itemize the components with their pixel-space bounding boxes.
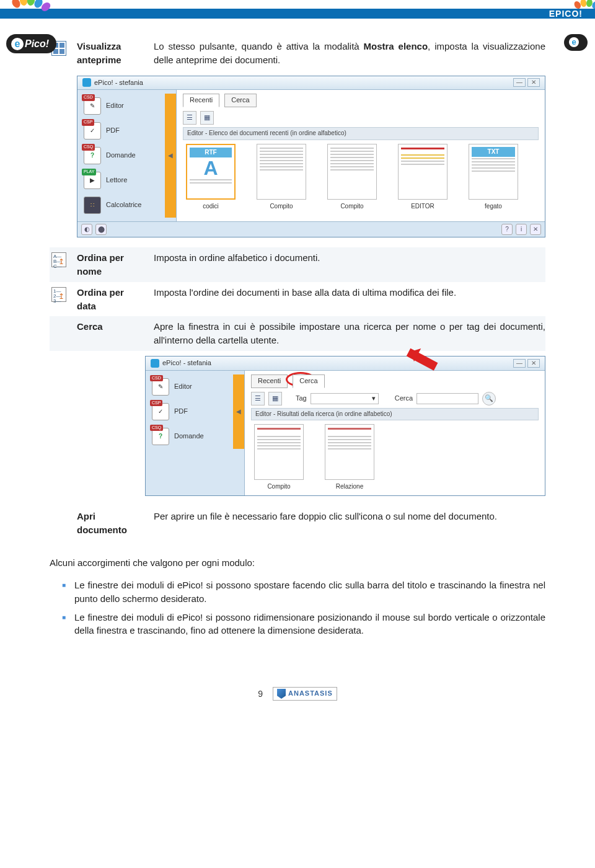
main-panel: Recenti Cerca ☰ ▦ Tag ▾ Cerca 🔍 Editor -… bbox=[245, 371, 545, 495]
tips-item: Le finestre dei moduli di ePico! si poss… bbox=[62, 578, 545, 606]
minimize-icon: — bbox=[513, 359, 526, 368]
thumb-fegato[interactable]: TXTfegato bbox=[465, 144, 521, 211]
search-label: Cerca bbox=[395, 394, 413, 404]
panel-title: Editor - Elenco dei documenti recenti (i… bbox=[183, 127, 539, 140]
row-cerca: Cerca Apre la finestra in cui è possibil… bbox=[50, 316, 545, 351]
logo-left: ePico! bbox=[6, 0, 62, 47]
screenshot-editor-cerca: ePico! - stefania —✕ CSD✎Editor CSP✓PDF … bbox=[145, 356, 545, 496]
row-desc: Imposta l'ordine dei documenti in base a… bbox=[154, 286, 545, 313]
search-icon bbox=[50, 320, 68, 347]
sidebar-item-calcolatrice[interactable]: ∷Calcolatrice bbox=[77, 193, 165, 218]
tag-label: Tag bbox=[296, 394, 307, 404]
row-desc: Lo stesso pulsante, quando è attiva la m… bbox=[154, 40, 545, 67]
row-label: Visualizza anteprime bbox=[77, 40, 145, 67]
row-label: Apri documento bbox=[77, 510, 145, 537]
row-label: Ordina per data bbox=[77, 286, 145, 313]
row-ordina-data: 1—2—3—↥ Ordina per data Imposta l'ordine… bbox=[50, 282, 545, 317]
grid-view-icon[interactable]: ▦ bbox=[268, 392, 282, 405]
page-number: 9 bbox=[258, 688, 263, 700]
tag-select[interactable]: ▾ bbox=[311, 393, 379, 404]
row-desc: Imposta in ordine alfabetico i documenti… bbox=[154, 251, 545, 278]
thumb-compito[interactable]: Compito bbox=[253, 144, 309, 211]
close-icon: ✕ bbox=[527, 359, 540, 368]
sort-alpha-icon: A—B—C—↥ bbox=[50, 251, 68, 278]
status-icon[interactable]: ⬤ bbox=[95, 224, 107, 235]
row-label: Cerca bbox=[77, 320, 145, 347]
sidebar-item-domande[interactable]: CSQ?Domande bbox=[146, 424, 233, 449]
list-view-icon[interactable]: ☰ bbox=[251, 392, 265, 405]
window-titlebar[interactable]: ePico! - stefania —✕ bbox=[146, 356, 545, 371]
close-icon: ✕ bbox=[527, 78, 540, 87]
thumb-codici[interactable]: RTFAcodici bbox=[183, 144, 239, 211]
status-icon[interactable]: ◐ bbox=[81, 224, 92, 235]
thumb-compito-2[interactable]: Compito bbox=[324, 144, 380, 211]
sidebar: CSD✎Editor CSP✓PDF CSQ?Domande PLAY▶Lett… bbox=[77, 90, 177, 221]
sidebar-item-pdf[interactable]: CSP✓PDF bbox=[77, 118, 165, 143]
tips-list: Le finestre dei moduli di ePico! si poss… bbox=[62, 578, 545, 637]
tips-intro: Alcuni accorgimenti che valgono per ogni… bbox=[50, 556, 545, 570]
row-ordina-nome: A—B—C—↥ Ordina per nome Imposta in ordin… bbox=[50, 247, 545, 282]
page-footer: 9 ANASTASIS bbox=[50, 687, 545, 701]
tools-icon[interactable]: ✕ bbox=[530, 224, 541, 235]
window-controls[interactable]: —✕ bbox=[513, 359, 540, 368]
shield-icon bbox=[277, 689, 286, 699]
window-controls[interactable]: —✕ bbox=[513, 78, 540, 87]
sort-date-icon: 1—2—3—↥ bbox=[50, 286, 68, 313]
main-panel: Recenti Cerca ☰ ▦ Editor - Elenco dei do… bbox=[177, 90, 545, 221]
sidebar: CSD✎Editor CSP✓PDF CSQ?Domande ◀ bbox=[146, 371, 245, 495]
row-apri-documento: Apri documento Per aprire un file è nece… bbox=[50, 506, 545, 541]
tips-item: Le finestre dei moduli di ePico! si poss… bbox=[62, 611, 545, 638]
row-visualizza-anteprime: Visualizza anteprime Lo stesso pulsante,… bbox=[50, 36, 545, 71]
statusbar: ◐ ⬤ ? i ✕ bbox=[77, 221, 545, 237]
sidebar-item-editor[interactable]: CSD✎Editor bbox=[77, 94, 165, 118]
tab-recenti[interactable]: Recenti bbox=[251, 374, 288, 388]
app-icon bbox=[82, 78, 91, 87]
sidebar-item-domande[interactable]: CSQ?Domande bbox=[77, 143, 165, 168]
thumb-compito[interactable]: Compito bbox=[251, 424, 307, 492]
window-titlebar[interactable]: ePico! - stefania —✕ bbox=[77, 76, 545, 91]
collapse-handle[interactable]: ◀ bbox=[165, 94, 176, 218]
minimize-icon: — bbox=[513, 78, 526, 87]
row-label: Ordina per nome bbox=[77, 251, 145, 278]
screenshot-editor-recenti: ePico! - stefania —✕ CSD✎Editor CSP✓PDF … bbox=[77, 76, 545, 238]
window-title: ePico! - stefania bbox=[94, 78, 143, 88]
sidebar-item-lettore[interactable]: PLAY▶Lettore bbox=[77, 168, 165, 193]
sidebar-item-pdf[interactable]: CSP✓PDF bbox=[146, 399, 233, 424]
window-title: ePico! - stefania bbox=[162, 358, 211, 368]
row-desc: Per aprire un file è necessario fare dop… bbox=[154, 510, 545, 537]
logo-right: e bbox=[564, 0, 595, 45]
panel-title: Editor - Risultati della ricerca (in ord… bbox=[251, 408, 539, 421]
sidebar-item-editor[interactable]: CSD✎Editor bbox=[146, 374, 233, 399]
list-view-icon[interactable]: ☰ bbox=[183, 111, 196, 125]
tab-recenti[interactable]: Recenti bbox=[183, 94, 219, 107]
anastasis-logo: ANASTASIS bbox=[273, 687, 337, 701]
search-go-icon[interactable]: 🔍 bbox=[482, 392, 496, 405]
info-icon[interactable]: i bbox=[516, 224, 527, 235]
help-icon[interactable]: ? bbox=[501, 224, 513, 235]
chevron-down-icon: ▾ bbox=[372, 394, 376, 404]
header-bar bbox=[0, 9, 595, 19]
thumb-relazione[interactable]: Relazione bbox=[322, 424, 377, 492]
row-desc: Apre la finestra in cui è possibile impo… bbox=[154, 320, 545, 347]
search-input[interactable] bbox=[416, 393, 478, 404]
collapse-handle[interactable]: ◀ bbox=[233, 374, 244, 449]
tab-cerca[interactable]: Cerca bbox=[224, 94, 256, 107]
tab-cerca[interactable]: Cerca bbox=[293, 374, 324, 388]
thumb-editor[interactable]: EDITOR bbox=[395, 144, 451, 211]
grid-view-icon[interactable]: ▦ bbox=[200, 111, 214, 125]
page-header: ePico! EPICO! e bbox=[0, 0, 595, 25]
app-icon bbox=[151, 359, 159, 368]
